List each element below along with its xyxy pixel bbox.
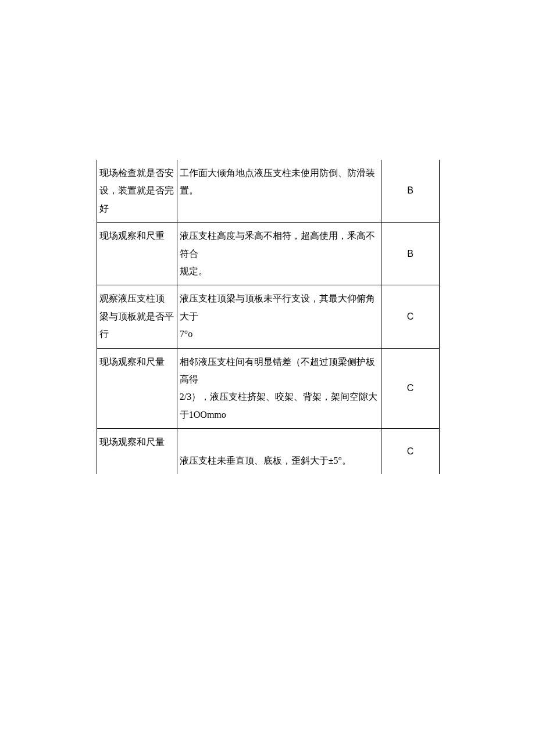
inspection-method-cell: 现场观察和尺量 [97,348,177,429]
inspection-method-cell: 现场观察和尺重 [97,223,177,285]
grade-cell: C [381,285,440,348]
table-row: 现场检查就是否安设，装置就是否完好工作面大倾角地点液压支柱未使用防倒、防滑装置。… [97,160,440,223]
table-row: 观察液压支柱顶梁与顶板就是否平行液压支柱顶梁与顶板未平行支设，其最大仰俯角大于7… [97,285,440,348]
description-cell: 液压支柱顶梁与顶板未平行支设，其最大仰俯角大于7°o [177,285,381,348]
table-row: 现场观察和尺量相邻液压支柱间有明显错差（不超过顶梁侧护板高得2/3），液压支柱挤… [97,348,440,429]
grade-cell: C [381,429,440,475]
inspection-method-cell: 现场检查就是否安设，装置就是否完好 [97,160,177,223]
grade-cell: B [381,223,440,285]
inspection-table: 现场检查就是否安设，装置就是否完好工作面大倾角地点液压支柱未使用防倒、防滑装置。… [97,160,440,474]
description-cell: 液压支柱未垂直顶、底板，歪斜大于±5°。 [177,429,381,475]
description-cell: 液压支柱高度与釆高不相符，超高使用，釆高不符合规定。 [177,223,381,285]
description-cell: 工作面大倾角地点液压支柱未使用防倒、防滑装置。 [177,160,381,223]
table: 现场检查就是否安设，装置就是否完好工作面大倾角地点液压支柱未使用防倒、防滑装置。… [97,160,440,474]
grade-cell: B [381,160,440,223]
inspection-method-cell: 现场观察和尺量 [97,429,177,475]
table-row: 现场观察和尺重液压支柱高度与釆高不相符，超高使用，釆高不符合规定。B [97,223,440,285]
description-cell: 相邻液压支柱间有明显错差（不超过顶梁侧护板高得2/3），液压支柱挤架、咬架、背架… [177,348,381,429]
grade-cell: C [381,348,440,429]
inspection-method-cell: 观察液压支柱顶梁与顶板就是否平行 [97,285,177,348]
table-row: 现场观察和尺量液压支柱未垂直顶、底板，歪斜大于±5°。C [97,429,440,475]
